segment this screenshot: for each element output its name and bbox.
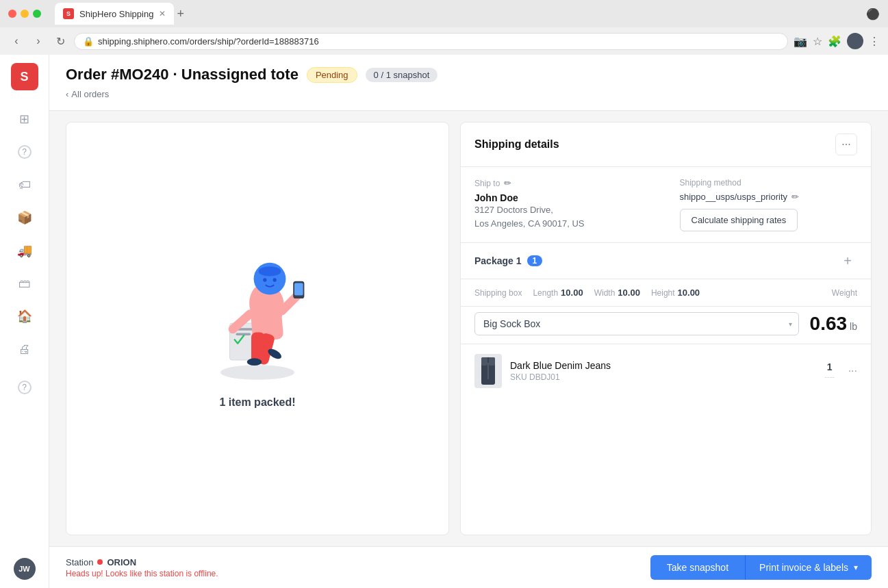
extensions-icon[interactable]: 🧩 bbox=[828, 35, 841, 48]
chevron-left-icon: ‹ bbox=[66, 89, 68, 99]
printer-icon: 🖨 bbox=[18, 342, 31, 357]
ship-to-block: Ship to ✏ John Doe 3127 Doctors Drive, L… bbox=[474, 178, 652, 231]
user-avatar-sidebar[interactable]: JW bbox=[14, 558, 36, 580]
back-link[interactable]: ‹ All orders bbox=[66, 89, 872, 99]
page-title: Order #MO240 · Unassigned tote bbox=[66, 66, 299, 84]
package-box-row: Big Sock Box ▾ 0.63 lb bbox=[461, 307, 871, 344]
shipping-method-label: Shipping method bbox=[680, 178, 741, 188]
ellipsis-icon: ··· bbox=[841, 138, 850, 151]
dashboard-icon: ⊞ bbox=[19, 112, 29, 127]
sidebar-item-tags[interactable]: 🏷 bbox=[10, 170, 40, 200]
sidebar-item-home[interactable]: 🏠 bbox=[10, 301, 40, 331]
grid-icon: 🗃 bbox=[18, 277, 31, 291]
product-name: Dark Blue Denim Jeans bbox=[510, 360, 811, 371]
main-content: Order #MO240 · Unassigned tote Pending 0… bbox=[49, 55, 888, 588]
left-panel: 1 item packed! bbox=[66, 122, 449, 535]
svg-rect-21 bbox=[489, 357, 495, 366]
product-thumbnail bbox=[474, 354, 502, 388]
shipping-method-block: Shipping method shippo__usps/usps_priori… bbox=[680, 178, 858, 231]
height-value: 10.00 bbox=[678, 287, 700, 298]
minimize-dot[interactable] bbox=[21, 10, 29, 18]
shipping-details-title: Shipping details bbox=[474, 138, 559, 151]
package-header: Package 1 1 + bbox=[461, 243, 871, 279]
forward-button[interactable]: › bbox=[30, 33, 47, 49]
right-panel: Shipping details ··· Ship to ✏ John Doe … bbox=[460, 122, 872, 535]
box-select-wrapper: Big Sock Box ▾ bbox=[474, 312, 799, 335]
svg-point-0 bbox=[220, 365, 294, 380]
svg-point-11 bbox=[259, 266, 281, 276]
add-package-button[interactable]: + bbox=[838, 251, 857, 270]
sidebar-item-packages[interactable]: 📦 bbox=[10, 203, 40, 233]
bookmark-icon[interactable]: ☆ bbox=[813, 35, 822, 48]
snapshot-badge: 0 / 1 snapshot bbox=[366, 68, 438, 82]
print-invoice-label: Print invoice & labels bbox=[759, 562, 848, 573]
ship-to-label: Ship to bbox=[474, 179, 500, 188]
user-avatar[interactable] bbox=[847, 33, 863, 49]
svg-point-13 bbox=[273, 278, 277, 281]
weight-group: Weight bbox=[832, 288, 857, 298]
close-dot[interactable] bbox=[8, 10, 16, 18]
edit-ship-to-icon[interactable]: ✏ bbox=[504, 178, 511, 188]
more-options-button[interactable]: ··· bbox=[835, 133, 857, 155]
shipping-details-header: Shipping details ··· bbox=[461, 123, 871, 167]
shipping-addresses: Ship to ✏ John Doe 3127 Doctors Drive, L… bbox=[461, 167, 871, 243]
product-qty-group: 1 ---- bbox=[820, 361, 840, 381]
back-link-label: All orders bbox=[71, 89, 109, 99]
sidebar-item-support[interactable]: ? bbox=[10, 372, 40, 402]
browser-chrome: S ShipHero Shipping ✕ + ⚫ ‹ › ↻ 🔒 shippi… bbox=[0, 0, 888, 55]
active-tab[interactable]: S ShipHero Shipping ✕ bbox=[55, 3, 174, 25]
footer: Station ORION Heads up! Looks like this … bbox=[49, 546, 888, 588]
station-info: Station ORION Heads up! Looks like this … bbox=[66, 557, 218, 578]
sidebar-item-help[interactable]: ? bbox=[10, 137, 40, 167]
station-label: Station bbox=[66, 557, 93, 567]
svg-rect-17 bbox=[294, 283, 303, 296]
address-bar[interactable]: 🔒 shipping.shiphero.com/orders/ship/?ord… bbox=[74, 33, 788, 50]
cast-icon[interactable]: 📷 bbox=[794, 35, 807, 48]
weight-number: 0.63 bbox=[810, 313, 848, 335]
browser-tabs: S ShipHero Shipping ✕ + bbox=[55, 3, 861, 25]
home-icon: 🏠 bbox=[17, 309, 32, 324]
tab-title: ShipHero Shipping bbox=[79, 9, 153, 19]
content-area: 1 item packed! Shipping details ··· Ship… bbox=[49, 111, 888, 546]
calculate-rates-button[interactable]: Calculate shipping rates bbox=[680, 209, 798, 231]
package-dimensions: Shipping box Length 10.00 Width 10.00 He… bbox=[461, 279, 871, 307]
maximize-dot[interactable] bbox=[33, 10, 41, 18]
tab-favicon: S bbox=[63, 8, 74, 19]
svg-rect-20 bbox=[481, 357, 487, 366]
back-button[interactable]: ‹ bbox=[8, 33, 25, 49]
box-icon: 📦 bbox=[17, 210, 32, 225]
sidebar-item-shipping[interactable]: 🚚 bbox=[10, 235, 40, 266]
menu-icon[interactable]: ⋮ bbox=[869, 35, 880, 48]
product-more-button[interactable]: ··· bbox=[848, 365, 857, 377]
weight-unit: lb bbox=[850, 321, 857, 332]
refresh-button[interactable]: ↻ bbox=[52, 33, 68, 49]
truck-icon: 🚚 bbox=[17, 243, 32, 258]
width-label: Width bbox=[594, 288, 616, 298]
edit-method-icon[interactable]: ✏ bbox=[791, 192, 799, 202]
dropdown-chevron-icon: ▾ bbox=[854, 563, 858, 572]
svg-point-8 bbox=[247, 358, 262, 366]
sidebar-item-print[interactable]: 🖨 bbox=[10, 334, 40, 364]
product-row: Dark Blue Denim Jeans SKU DBDJ01 1 ---- … bbox=[461, 344, 871, 398]
print-invoice-button[interactable]: Print invoice & labels ▾ bbox=[745, 555, 872, 580]
status-badge: Pending bbox=[307, 67, 357, 83]
height-label: Height bbox=[651, 288, 675, 298]
width-value: 10.00 bbox=[618, 287, 640, 298]
box-select[interactable]: Big Sock Box bbox=[474, 312, 799, 335]
address-line1: 3127 Doctors Drive, bbox=[474, 203, 652, 217]
window-controls-icon: ⚫ bbox=[866, 8, 880, 21]
new-tab-button[interactable]: + bbox=[177, 7, 184, 21]
take-snapshot-button[interactable]: Take snapshot bbox=[650, 555, 745, 580]
packed-illustration bbox=[196, 248, 319, 385]
product-quantity: 1 bbox=[820, 361, 840, 372]
sidebar-item-inventory[interactable]: 🗃 bbox=[10, 268, 40, 298]
browser-dots bbox=[8, 10, 41, 18]
width-group: Width 10.00 bbox=[594, 287, 640, 298]
app-logo[interactable]: S bbox=[11, 63, 38, 90]
sidebar-item-dashboard[interactable]: ⊞ bbox=[10, 104, 40, 134]
tab-close-icon[interactable]: ✕ bbox=[159, 9, 166, 18]
station-warning: Heads up! Looks like this station is off… bbox=[66, 569, 218, 578]
length-group: Length 10.00 bbox=[533, 287, 583, 298]
plus-icon: + bbox=[843, 253, 852, 269]
url-text: shipping.shiphero.com/orders/ship/?order… bbox=[98, 36, 319, 47]
